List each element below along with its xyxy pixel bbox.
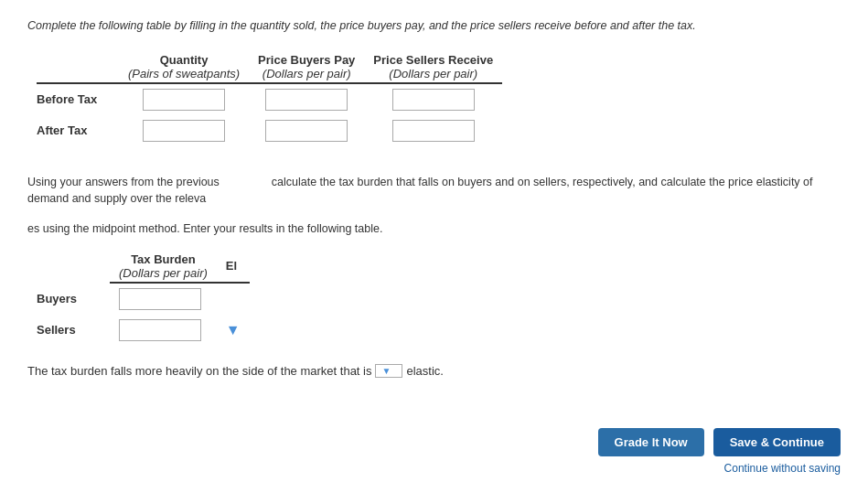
table-1: Quantity (Pairs of sweatpants) Price Buy…	[37, 51, 502, 146]
footer-buttons: Grade It Now Save & Continue Continue wi…	[598, 428, 841, 475]
sellers-elasticity-cell: ▼	[217, 315, 250, 346]
less-elastic-dropdown[interactable]: ▼	[375, 364, 402, 378]
col2-header: Price Buyers Pay (Dollars per pair)	[249, 51, 364, 83]
buyers-tax-burden-cell	[110, 283, 217, 315]
sellers-label: Sellers	[37, 315, 110, 346]
sellers-tax-burden-input[interactable]	[119, 319, 201, 341]
second-section: Using your answers from the previous cal…	[27, 174, 841, 378]
grade-it-now-button[interactable]: Grade It Now	[598, 428, 704, 456]
table-row: After Tax	[37, 115, 502, 146]
tax-sentence-text1: The tax burden falls more heavily on the…	[27, 364, 371, 378]
after-tax-quantity-cell	[119, 115, 249, 146]
col3-header: Price Sellers Receive (Dollars per pair)	[364, 51, 502, 83]
before-tax-quantity-input[interactable]	[143, 89, 225, 111]
instruction-1: Complete the following table by filling …	[27, 18, 841, 35]
before-tax-sellers-cell	[364, 83, 502, 115]
save-and-continue-button[interactable]: Save & Continue	[713, 428, 841, 456]
dropdown-arrow-icon: ▼	[226, 322, 241, 338]
before-tax-label: Before Tax	[37, 83, 119, 115]
after-tax-sellers-input[interactable]	[392, 120, 475, 142]
table-row: Before Tax	[37, 83, 502, 115]
buyers-elasticity-cell	[217, 283, 250, 315]
table-1-section: Quantity (Pairs of sweatpants) Price Buy…	[27, 51, 841, 146]
instruction-2-line2: es using the midpoint method. Enter your…	[27, 220, 841, 238]
table-row: Buyers	[37, 283, 250, 315]
button-row: Grade It Now Save & Continue	[598, 428, 841, 456]
after-tax-quantity-input[interactable]	[143, 120, 225, 142]
after-tax-label: After Tax	[37, 115, 119, 146]
after-tax-sellers-cell	[364, 115, 502, 146]
after-tax-buyers-input[interactable]	[265, 120, 348, 142]
tax-sentence: The tax burden falls more heavily on the…	[27, 364, 841, 378]
table-2: Tax Burden (Dollars per pair) El Buyers	[37, 251, 250, 346]
buyers-label: Buyers	[37, 283, 110, 315]
before-tax-quantity-cell	[119, 83, 249, 115]
instruction-2-line1: Using your answers from the previous cal…	[27, 174, 841, 209]
before-tax-buyers-cell	[249, 83, 364, 115]
col0-header	[37, 51, 119, 83]
t2-col2-header: El	[217, 251, 250, 283]
buyers-tax-burden-input[interactable]	[119, 288, 201, 310]
t2-col0-header	[37, 251, 110, 283]
after-tax-buyers-cell	[249, 115, 364, 146]
chevron-down-icon: ▼	[381, 366, 391, 376]
sellers-tax-burden-cell	[110, 315, 217, 346]
continue-without-saving-link[interactable]: Continue without saving	[724, 462, 841, 475]
before-tax-buyers-input[interactable]	[265, 89, 348, 111]
before-tax-sellers-input[interactable]	[392, 89, 475, 111]
table-2-section: Tax Burden (Dollars per pair) El Buyers	[27, 251, 841, 346]
col1-header: Quantity (Pairs of sweatpants)	[119, 51, 249, 83]
t2-col1-header: Tax Burden (Dollars per pair)	[110, 251, 217, 283]
table-row: Sellers ▼	[37, 315, 250, 346]
tax-sentence-text2: elastic.	[406, 364, 443, 378]
